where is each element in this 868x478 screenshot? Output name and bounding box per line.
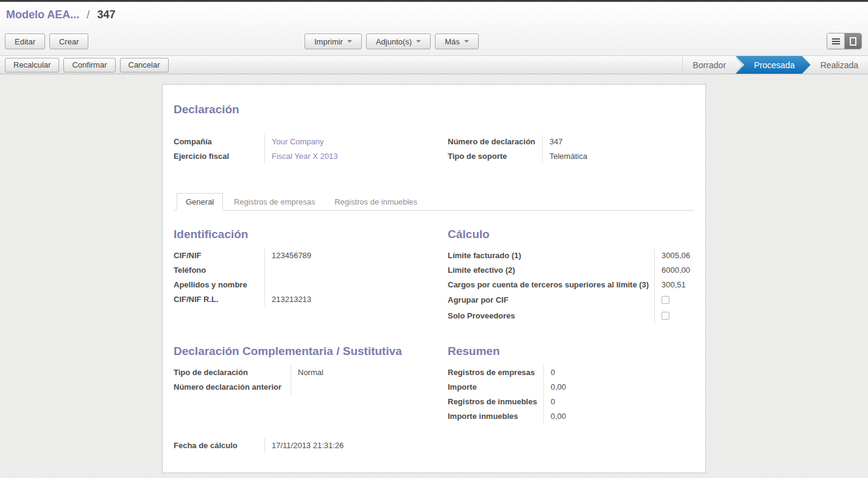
cif-nif-rl-value: 213213213 <box>264 292 448 307</box>
group-by-cif-checkbox[interactable] <box>662 296 669 304</box>
third-party-limit-value: 300,51 <box>654 278 694 292</box>
company-value-link[interactable]: Your Company <box>264 135 448 149</box>
calculation-section: Cálculo Límite facturado (1) 3005,06 Lím… <box>448 228 694 324</box>
form-sheet: Declaración Compañía Your Company Ejerci… <box>162 84 706 473</box>
summary-title: Resumen <box>448 345 694 358</box>
identification-section: Identificación CIF/NIF 123456789 Teléfon… <box>174 228 448 324</box>
more-label: Más <box>445 37 460 46</box>
form-view-button[interactable] <box>844 33 861 49</box>
surname-name-label: Apellidos y nombre <box>174 278 264 292</box>
fiscal-year-label: Ejercicio fiscal <box>174 149 264 164</box>
print-label: Imprimir <box>314 37 343 46</box>
confirm-button[interactable]: Confirmar <box>63 58 115 72</box>
summary-real-estate-records-label: Registros de inmuebles <box>448 395 543 409</box>
tab-real-estate-records[interactable]: Registros de inmuebles <box>326 194 426 210</box>
support-type-label: Tipo de soporte <box>448 149 542 164</box>
list-view-button[interactable] <box>827 33 844 49</box>
more-dropdown-button[interactable]: Más <box>435 33 479 49</box>
summary-amount-label: Importe <box>448 380 543 395</box>
summary-real-estate-records-value: 0 <box>543 395 694 409</box>
content-area: Declaración Compañía Your Company Ejerci… <box>0 74 868 478</box>
summary-company-records-label: Registros de empresas <box>448 365 543 380</box>
tab-general-content: Identificación CIF/NIF 123456789 Teléfon… <box>174 211 694 453</box>
caret-down-icon <box>464 40 469 43</box>
previous-number-label: Número declaración anterior <box>174 380 291 395</box>
group-by-cif-label: Agrupar por CIF <box>448 292 654 308</box>
edit-button[interactable]: Editar <box>5 33 45 49</box>
view-switcher <box>827 33 862 49</box>
status-step-draft: Borrador <box>683 56 735 74</box>
invoiced-limit-label: Límite facturado (1) <box>448 248 654 263</box>
calculation-title: Cálculo <box>448 228 694 241</box>
only-suppliers-label: Solo Proveedores <box>448 308 654 324</box>
company-label: Compañía <box>174 135 264 149</box>
cif-nif-rl-label: CIF/NIF R.L. <box>174 292 264 307</box>
support-type-value: Telemática <box>542 149 694 164</box>
cash-limit-label: Límite efectivo (2) <box>448 263 654 278</box>
cif-nif-value: 123456789 <box>264 248 448 263</box>
phone-label: Teléfono <box>174 263 264 278</box>
calculation-date-label: Fecha de cálculo <box>174 438 264 453</box>
create-button[interactable]: Crear <box>49 33 89 49</box>
breadcrumb-parent-link[interactable]: Modelo AEA... <box>6 9 79 21</box>
cif-nif-label: CIF/NIF <box>174 248 264 263</box>
tab-general[interactable]: General <box>177 193 223 211</box>
statusbar: Borrador Procesada Realizada <box>682 56 868 74</box>
tab-company-records[interactable]: Registros de empresas <box>225 194 324 210</box>
declaration-type-label: Tipo de declaración <box>174 365 291 380</box>
only-suppliers-checkbox[interactable] <box>662 312 669 320</box>
attachments-dropdown-button[interactable]: Adjunto(s) <box>366 33 431 49</box>
top-field-groups: Compañía Your Company Ejercicio fiscal F… <box>174 135 694 164</box>
list-icon <box>832 38 840 44</box>
invoiced-limit-value: 3005,06 <box>654 248 694 263</box>
declaration-number-label: Número de declaración <box>448 135 542 149</box>
calculation-date-value: 17/11/2013 21:31:26 <box>264 438 448 453</box>
third-party-limit-label: Cargos por cuenta de terceros superiores… <box>448 278 654 292</box>
cancel-button[interactable]: Cancelar <box>120 58 169 72</box>
print-dropdown-button[interactable]: Imprimir <box>305 33 362 49</box>
recalculate-button[interactable]: Recalcular <box>5 58 59 72</box>
surname-name-value <box>264 278 448 292</box>
summary-company-records-value: 0 <box>543 365 694 380</box>
caret-down-icon <box>347 40 352 43</box>
sheet-title: Declaración <box>174 103 694 116</box>
phone-value <box>264 263 448 278</box>
complementary-section: Declaración Complementaria / Sustitutiva… <box>174 345 448 424</box>
summary-section: Resumen Registros de empresas 0 Importe … <box>448 345 694 424</box>
breadcrumb-separator: / <box>86 9 90 21</box>
form-toolbar: Editar Crear Imprimir Adjunto(s) Más <box>0 27 868 55</box>
main-header: Modelo AEA... / 347 Editar Crear Imprimi… <box>0 2 868 74</box>
action-toolbar: Recalcular Confirmar Cancelar Borrador P… <box>0 55 868 74</box>
complementary-title: Declaración Complementaria / Sustitutiva <box>174 345 448 358</box>
previous-number-value <box>291 380 448 395</box>
summary-real-estate-amount-label: Importe inmuebles <box>448 409 543 424</box>
status-step-done: Realizada <box>811 56 868 74</box>
caret-down-icon <box>416 40 421 43</box>
breadcrumb-current: 347 <box>97 9 115 21</box>
fiscal-year-value-link[interactable]: Fiscal Year X 2013 <box>264 149 448 164</box>
identification-title: Identificación <box>174 228 448 241</box>
attachments-label: Adjunto(s) <box>376 37 412 46</box>
declaration-number-value: 347 <box>542 135 694 149</box>
status-step-processed-active: Procesada <box>736 56 811 74</box>
cash-limit-value: 6000,00 <box>654 263 694 278</box>
summary-real-estate-amount-value: 0,00 <box>543 409 694 424</box>
notebook-tabs: General Registros de empresas Registros … <box>174 193 694 211</box>
breadcrumb: Modelo AEA... / 347 <box>0 2 868 27</box>
declaration-type-value: Normal <box>291 365 448 380</box>
summary-amount-value: 0,00 <box>543 380 694 395</box>
form-page-icon <box>850 37 856 46</box>
